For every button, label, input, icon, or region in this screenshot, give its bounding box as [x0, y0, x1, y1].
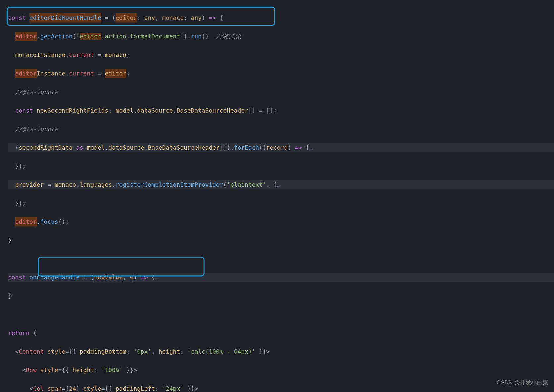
code-line[interactable]: //@ts-ignore	[8, 87, 554, 97]
code-line[interactable]: return (	[8, 328, 554, 338]
code-line[interactable]: });	[8, 162, 554, 171]
code-line[interactable]	[8, 254, 554, 264]
code-line[interactable]: <Row style={{ height: '100%' }}>	[8, 366, 554, 375]
code-line[interactable]: editor.getAction('editor.action.formatDo…	[8, 32, 554, 41]
code-line[interactable]: <Col span={24} style={{ paddingLeft: '24…	[8, 384, 554, 392]
code-editor[interactable]: const editorDidMountHandle = (editor: an…	[0, 0, 554, 392]
code-line[interactable]: const onChangeHandle = (newValue, e) => …	[8, 273, 554, 282]
code-line[interactable]: (secondRightData as model.dataSource.Bas…	[8, 143, 554, 152]
code-line[interactable]: <Content style={{ paddingBottom: '0px', …	[8, 347, 554, 356]
code-line[interactable]: editorInstance.current = editor;	[8, 69, 554, 78]
code-line[interactable]: }	[8, 291, 554, 301]
code-line[interactable]: const editorDidMountHandle = (editor: an…	[8, 13, 554, 23]
code-line[interactable]: monacoInstance.current = monaco;	[8, 50, 554, 60]
code-line[interactable]	[8, 310, 554, 319]
code-line[interactable]: const newSecondRightFields: model.dataSo…	[8, 106, 554, 115]
code-line[interactable]: //@ts-ignore	[8, 124, 554, 134]
code-line[interactable]: });	[8, 199, 554, 208]
code-line[interactable]: }	[8, 236, 554, 245]
code-line[interactable]: editor.focus();	[8, 217, 554, 226]
code-line[interactable]: provider = monaco.languages.registerComp…	[8, 180, 554, 189]
